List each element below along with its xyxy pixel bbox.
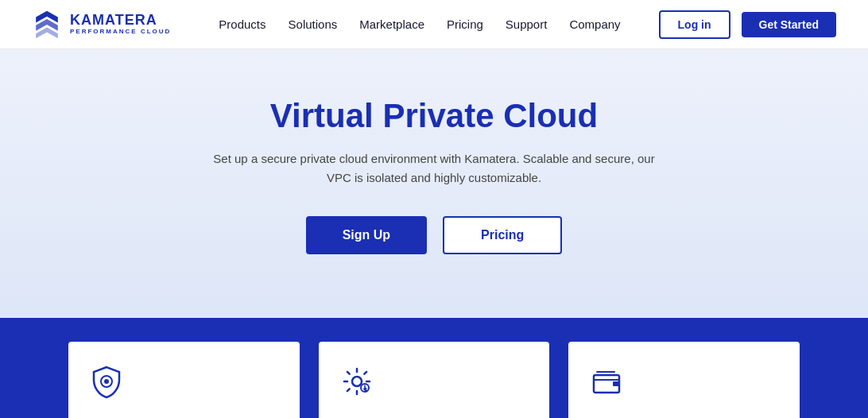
- nav-company[interactable]: Company: [569, 17, 620, 31]
- signup-button[interactable]: Sign Up: [306, 216, 427, 254]
- login-button[interactable]: Log in: [659, 10, 730, 39]
- svg-point-5: [352, 377, 362, 386]
- svg-rect-8: [613, 381, 619, 386]
- svg-marker-2: [36, 27, 58, 38]
- features-section: Reliably Secure Protect your sensitive d…: [0, 318, 868, 418]
- nav-marketplace[interactable]: Marketplace: [359, 17, 424, 31]
- nav-solutions[interactable]: Solutions: [289, 17, 338, 31]
- gear-icon: [339, 364, 529, 405]
- feature-card-secure: Reliably Secure Protect your sensitive d…: [68, 342, 300, 418]
- nav-products[interactable]: Products: [219, 17, 265, 31]
- hero-title: Virtual Private Cloud: [32, 97, 836, 135]
- logo-name: KAMATERA: [70, 13, 171, 29]
- logo-sub: PERFORMANCE CLOUD: [70, 29, 171, 36]
- svg-point-4: [104, 379, 109, 384]
- features-grid: Reliably Secure Protect your sensitive d…: [68, 342, 800, 418]
- nav-support[interactable]: Support: [506, 17, 548, 31]
- shield-icon: [89, 364, 279, 405]
- nav-links: Products Solutions Marketplace Pricing S…: [219, 17, 658, 31]
- logo[interactable]: KAMATERA PERFORMANCE CLOUD: [32, 10, 171, 40]
- hero-buttons: Sign Up Pricing: [32, 216, 836, 254]
- pricing-button[interactable]: Pricing: [443, 216, 562, 254]
- get-started-button[interactable]: Get Started: [742, 12, 836, 37]
- hero-section: Virtual Private Cloud Set up a secure pr…: [0, 49, 868, 318]
- wallet-icon: [589, 364, 779, 405]
- nav-actions: Log in Get Started: [659, 10, 836, 39]
- navbar: KAMATERA PERFORMANCE CLOUD Products Solu…: [0, 0, 868, 49]
- feature-card-pricing: Flexible Pricing Our pricing models ensu…: [568, 342, 800, 418]
- nav-pricing[interactable]: Pricing: [447, 17, 483, 31]
- feature-card-scaling: Unlimited Scaling Enjoy infinite scalabi…: [319, 342, 550, 418]
- hero-description: Set up a secure private cloud environmen…: [203, 149, 665, 188]
